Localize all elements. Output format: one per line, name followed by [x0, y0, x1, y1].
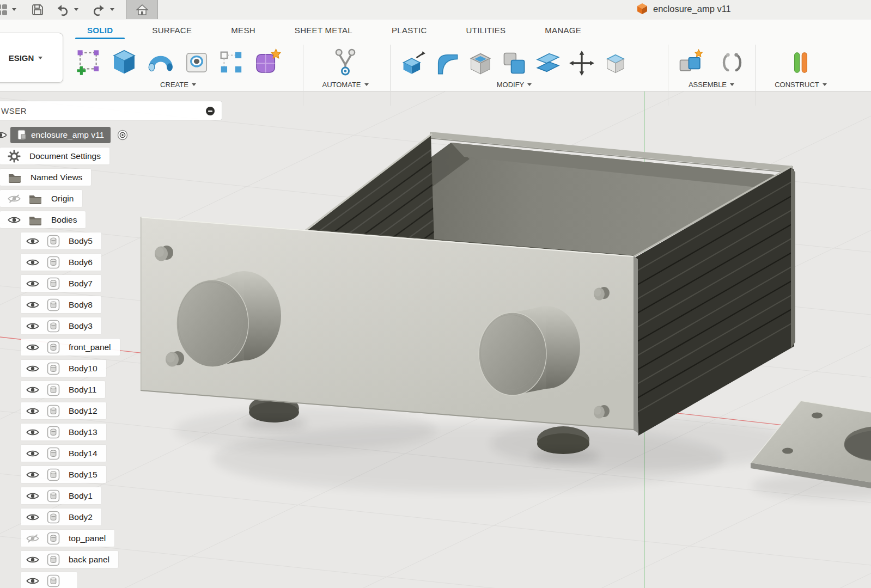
browser-item-label: Body7 [69, 279, 93, 289]
root-component-chip[interactable]: enclosure_amp v11 [10, 127, 111, 143]
browser-item-body3[interactable]: Body3 [21, 317, 101, 334]
eye-icon[interactable] [26, 428, 39, 437]
activate-component-radio[interactable] [117, 130, 128, 140]
automate-button[interactable] [331, 48, 360, 76]
modify-dropdown[interactable]: MODIFY [400, 81, 629, 89]
tab-surface[interactable]: SURFACE [152, 26, 192, 35]
browser-item-body1[interactable]: Body1 [21, 487, 101, 504]
group-separator [668, 45, 668, 106]
browser-item-body2[interactable]: Body2 [21, 509, 101, 525]
eye-icon[interactable] [26, 492, 39, 500]
save-button[interactable] [31, 0, 45, 19]
browser-item-body10[interactable]: Body10 [21, 360, 106, 377]
eye-icon[interactable] [26, 577, 39, 585]
browser-item-bodies[interactable]: Bodies [0, 211, 86, 228]
browser-item-body5[interactable]: Body5 [21, 232, 101, 249]
file-menu-caret[interactable] [12, 0, 16, 19]
eye-icon[interactable] [26, 364, 39, 373]
minus-circle-icon [205, 106, 215, 116]
tab-mesh[interactable]: MESH [231, 26, 255, 35]
fillet-button[interactable] [434, 50, 460, 76]
body-icon [47, 553, 60, 566]
eye-icon[interactable] [8, 216, 21, 224]
hole-button[interactable] [183, 49, 210, 76]
workspace-selector[interactable]: ESIGN [0, 33, 63, 83]
tab-sheet-metal[interactable]: SHEET METAL [295, 26, 352, 35]
joint-button[interactable] [719, 50, 745, 76]
eye-off-icon[interactable] [8, 194, 21, 203]
create-sketch-button[interactable] [75, 49, 102, 76]
browser-item-origin[interactable]: Origin [0, 190, 82, 207]
browser-item-body11[interactable]: Body11 [21, 381, 105, 398]
align-button[interactable] [602, 50, 629, 76]
eye-icon[interactable] [26, 407, 39, 415]
browser-item-body8[interactable]: Body8 [21, 296, 101, 313]
browser-item-body13[interactable]: Body13 [21, 424, 106, 440]
tab-plastic[interactable]: PLASTIC [392, 26, 427, 35]
browser-item-front-panel[interactable]: front_panel [21, 339, 120, 356]
eye-icon[interactable] [26, 258, 39, 267]
loose-panel-plate[interactable] [751, 401, 871, 488]
browser-item-clipped-row[interactable] [21, 572, 77, 588]
eye-icon[interactable] [26, 279, 39, 288]
eye-icon[interactable] [26, 343, 39, 352]
undo-button[interactable] [54, 0, 71, 19]
home-icon [136, 4, 149, 16]
offset-face-button[interactable] [535, 50, 561, 76]
extrude-button[interactable] [110, 48, 138, 76]
eye-icon[interactable] [0, 131, 7, 139]
body-icon [47, 574, 60, 587]
shell-button[interactable] [467, 50, 494, 76]
assemble-dropdown[interactable]: ASSEMBLE [674, 81, 748, 89]
tab-utilities[interactable]: UTILITIES [466, 26, 506, 35]
body-icon [47, 362, 60, 375]
redo-caret[interactable] [110, 0, 114, 19]
undo-caret[interactable] [74, 0, 78, 19]
tab-solid[interactable]: SOLID [87, 26, 113, 35]
right-knob[interactable] [479, 306, 580, 395]
plate-hole-small-1 [812, 413, 823, 419]
browser-item-root[interactable]: enclosure_amp v11 [0, 126, 128, 143]
eye-off-icon[interactable] [26, 534, 39, 543]
browser-panel-header[interactable]: WSER [0, 101, 222, 120]
home-view-button[interactable] [126, 0, 158, 19]
browser-item-label: Body3 [69, 321, 93, 331]
group-create: CREATE [75, 45, 281, 89]
browser-item-body6[interactable]: Body6 [21, 254, 101, 271]
redo-button[interactable] [90, 0, 107, 19]
create-dropdown[interactable]: CREATE [75, 81, 281, 89]
tab-manage[interactable]: MANAGE [545, 26, 581, 35]
browser-item-body7[interactable]: Body7 [21, 275, 101, 292]
browser-item-label: Named Views [31, 173, 82, 182]
eye-icon[interactable] [26, 385, 39, 394]
eye-icon[interactable] [26, 322, 39, 330]
browser-item-top-panel[interactable]: top_panel [21, 530, 114, 547]
eye-icon[interactable] [26, 301, 39, 309]
create-form-button[interactable] [253, 48, 281, 76]
eye-icon[interactable] [26, 449, 39, 458]
browser-item-label: back panel [69, 555, 109, 565]
pattern-button[interactable] [218, 49, 245, 76]
browser-collapse-button[interactable] [205, 106, 215, 118]
move-copy-button[interactable] [569, 50, 595, 76]
eye-icon[interactable] [26, 513, 39, 522]
browser-item-back-panel[interactable]: back panel [21, 551, 118, 568]
body-icon [47, 532, 60, 545]
file-menu-button[interactable] [0, 0, 9, 19]
browser-item-label: Body6 [69, 258, 93, 267]
combine-button[interactable] [501, 50, 527, 76]
revolve-button[interactable] [146, 48, 175, 76]
eye-icon[interactable] [26, 470, 39, 479]
eye-icon[interactable] [26, 555, 39, 564]
eye-icon[interactable] [26, 237, 39, 246]
press-pull-button[interactable] [400, 50, 426, 76]
new-component-button[interactable] [678, 49, 705, 76]
automate-dropdown[interactable]: AUTOMATE [315, 81, 376, 89]
browser-item-document-settings[interactable]: Document Settings [0, 148, 109, 164]
construct-plane-button[interactable] [787, 49, 814, 76]
browser-item-named-views[interactable]: Named Views [0, 169, 91, 186]
browser-item-body12[interactable]: Body12 [21, 402, 106, 419]
browser-item-body14[interactable]: Body14 [21, 445, 106, 462]
browser-item-body15[interactable]: Body15 [21, 466, 106, 483]
construct-dropdown[interactable]: CONSTRUCT [773, 81, 828, 89]
